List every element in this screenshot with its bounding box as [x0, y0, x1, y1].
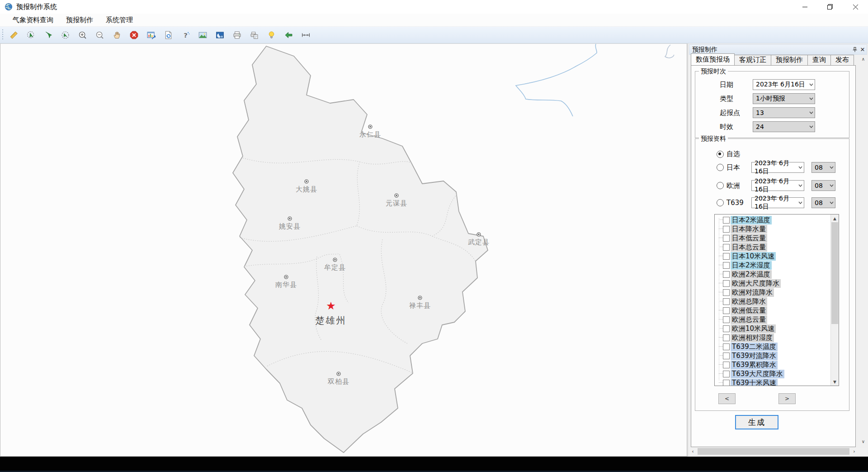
- query-help-icon[interactable]: ?: [180, 29, 191, 40]
- scroll-up-icon[interactable]: ▲: [831, 215, 839, 222]
- printer-icon[interactable]: [231, 29, 242, 40]
- prefecture-capital[interactable]: ★ 楚雄州: [316, 301, 347, 327]
- prev-button[interactable]: <: [718, 393, 736, 404]
- toolbar-grip[interactable]: [2, 29, 5, 40]
- checkbox[interactable]: [723, 316, 730, 323]
- next-button[interactable]: >: [778, 393, 796, 404]
- panel-horizontal-scrollbar[interactable]: ‹ ›: [689, 448, 867, 455]
- checkbox[interactable]: [723, 262, 730, 269]
- tree-item[interactable]: T639大尺度降水: [715, 369, 831, 378]
- checkbox[interactable]: [723, 343, 730, 350]
- menu-weather-data-query[interactable]: 气象资料查询: [6, 14, 60, 26]
- print-preview-icon[interactable]: [249, 29, 259, 40]
- type-select[interactable]: 1小时预报: [753, 93, 815, 104]
- checkbox[interactable]: [723, 298, 730, 305]
- county-dayao[interactable]: 大姚县: [296, 179, 317, 194]
- tree-item[interactable]: T639对流降水: [715, 351, 831, 360]
- tree-item[interactable]: T639累积降水: [715, 360, 831, 369]
- checkbox[interactable]: [723, 307, 730, 314]
- county-wuding[interactable]: 武定县: [468, 232, 490, 247]
- panel-close-icon[interactable]: ✕: [859, 46, 867, 54]
- tab-query[interactable]: 查询: [807, 55, 831, 65]
- image-layer-icon[interactable]: [197, 29, 208, 40]
- tab-numeric-forecast-field[interactable]: 数值预报场: [691, 53, 735, 65]
- image-blue-icon[interactable]: [214, 29, 225, 40]
- tab-publish[interactable]: 发布: [830, 55, 854, 65]
- generate-button[interactable]: 生成: [735, 415, 778, 429]
- forecast-element-list[interactable]: 日本2米温度 日本降水量 日本低云量 日本总云量 日本10米风速 日本2米湿度 …: [714, 214, 839, 386]
- chart-window-icon[interactable]: [146, 29, 156, 40]
- ruler-measure-icon[interactable]: [8, 29, 19, 40]
- japan-hour-select[interactable]: 08: [811, 162, 835, 173]
- scroll-up-icon[interactable]: ∧: [859, 55, 867, 63]
- route-measure-icon[interactable]: [300, 29, 311, 40]
- zoom-out-icon[interactable]: [94, 29, 105, 40]
- tree-item[interactable]: 欧洲相对湿度: [715, 333, 831, 342]
- checkbox[interactable]: [723, 334, 730, 341]
- checkbox[interactable]: [723, 380, 730, 386]
- select-region-icon[interactable]: [25, 29, 36, 40]
- lasso-select-icon[interactable]: [60, 29, 71, 40]
- county-yongren[interactable]: 永仁县: [359, 124, 381, 139]
- tree-item[interactable]: 欧洲总降水: [715, 297, 831, 306]
- checkbox[interactable]: [723, 253, 730, 260]
- scroll-right-icon[interactable]: ›: [850, 448, 858, 455]
- tree-item[interactable]: 日本降水量: [715, 224, 831, 234]
- europe-date-select[interactable]: 2023年 6月16日: [751, 180, 804, 191]
- radio-t639[interactable]: [717, 199, 724, 206]
- tree-item[interactable]: 日本低云量: [715, 234, 831, 243]
- county-nanhua[interactable]: 南华县: [275, 274, 297, 289]
- tab-objective-correction[interactable]: 客观订正: [734, 55, 771, 65]
- checkbox[interactable]: [723, 289, 730, 296]
- checkbox[interactable]: [723, 362, 730, 368]
- tree-item[interactable]: 日本2米温度: [715, 215, 831, 224]
- date-select[interactable]: 2023年 6月16日: [753, 79, 815, 90]
- scroll-down-icon[interactable]: ∨: [859, 438, 867, 445]
- tab-forecast-production[interactable]: 预报制作: [771, 55, 808, 65]
- pin-icon[interactable]: [850, 46, 859, 54]
- duration-select[interactable]: 24: [753, 121, 815, 132]
- menu-forecast-production[interactable]: 预报制作: [60, 14, 99, 26]
- zoom-in-icon[interactable]: [77, 29, 88, 40]
- scroll-left-icon[interactable]: ‹: [689, 448, 697, 455]
- county-yaoan[interactable]: 姚安县: [279, 216, 301, 231]
- tree-item[interactable]: 日本2米湿度: [715, 261, 831, 270]
- checkbox[interactable]: [723, 226, 730, 233]
- close-button[interactable]: [843, 0, 868, 14]
- t639-date-select[interactable]: 2023年 6月16日: [751, 197, 804, 208]
- pan-hand-icon[interactable]: [111, 29, 122, 40]
- tree-item[interactable]: 日本10米风速: [715, 252, 831, 261]
- county-mouding[interactable]: 牟定县: [324, 257, 346, 272]
- lightbulb-icon[interactable]: [266, 29, 277, 40]
- tree-item[interactable]: 欧洲总云量: [715, 315, 831, 324]
- tree-item[interactable]: T639二米温度: [715, 342, 831, 351]
- pointer-arrow-icon[interactable]: [42, 29, 53, 40]
- start-hour-select[interactable]: 13: [753, 107, 815, 118]
- tree-item[interactable]: 欧洲对流降水: [715, 288, 831, 297]
- checkbox[interactable]: [723, 325, 730, 332]
- back-arrow-icon[interactable]: [283, 29, 294, 40]
- t639-hour-select[interactable]: 08: [811, 197, 835, 208]
- county-yuanmou[interactable]: 元谋县: [386, 193, 407, 208]
- radio-europe[interactable]: [717, 182, 724, 189]
- checkbox[interactable]: [723, 217, 730, 224]
- stop-icon[interactable]: [128, 29, 139, 40]
- tree-scrollbar[interactable]: ▲ ▼: [830, 215, 839, 386]
- page-refresh-icon[interactable]: [163, 29, 174, 40]
- menu-system-management[interactable]: 系统管理: [99, 14, 139, 26]
- tree-item[interactable]: 欧洲低云量: [715, 306, 831, 315]
- county-shuangbai[interactable]: 双柏县: [328, 371, 349, 386]
- japan-date-select[interactable]: 2023年 6月16日: [751, 162, 804, 173]
- map-view[interactable]: 永仁县 大姚县 元谋县 姚安县 武定县 牟定县 南华县 禄丰县: [0, 43, 687, 457]
- tree-item[interactable]: 日本总云量: [715, 243, 831, 252]
- checkbox[interactable]: [723, 353, 730, 359]
- checkbox[interactable]: [723, 271, 730, 278]
- radio-japan[interactable]: [717, 164, 724, 171]
- county-lufeng[interactable]: 禄丰县: [409, 295, 431, 310]
- minimize-button[interactable]: [792, 0, 817, 14]
- checkbox[interactable]: [723, 371, 730, 377]
- scrollbar-thumb[interactable]: [698, 448, 849, 455]
- europe-hour-select[interactable]: 08: [811, 180, 835, 191]
- tree-item[interactable]: 欧洲10米风速: [715, 324, 831, 333]
- checkbox[interactable]: [723, 244, 730, 251]
